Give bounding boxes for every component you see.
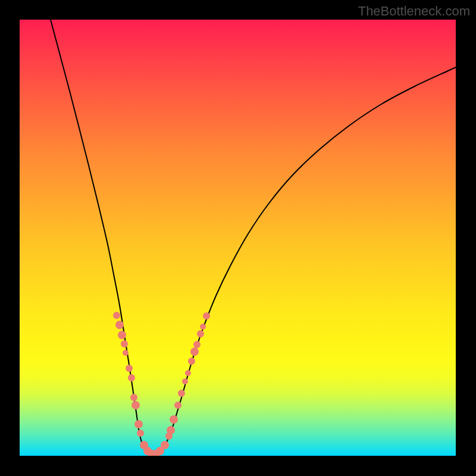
scatter-point <box>197 330 204 337</box>
watermark-text: TheBottleneck.com <box>358 4 470 19</box>
scatter-point <box>178 390 185 397</box>
scatter-point <box>167 426 175 434</box>
scatter-point <box>130 394 137 401</box>
scatter-point <box>121 340 128 347</box>
scatter-point <box>123 350 129 356</box>
scatter-point <box>128 374 135 381</box>
curve-right <box>154 67 456 454</box>
scatter-point <box>113 312 120 319</box>
scatter-point <box>185 370 191 376</box>
scatter-point <box>126 365 133 372</box>
scatter-point <box>203 312 210 320</box>
chart-container: TheBottleneck.com <box>0 0 476 476</box>
chart-svg <box>20 20 456 456</box>
scatter-point <box>115 321 124 329</box>
scatter-point <box>200 324 206 330</box>
scatter-point <box>182 378 188 384</box>
scatter-point <box>174 402 181 409</box>
scatter-point <box>161 441 169 449</box>
scatter-point <box>137 430 144 437</box>
scatter-point <box>170 415 178 424</box>
scatter-point <box>193 341 201 348</box>
curve-left <box>51 20 154 454</box>
scatter-point <box>134 420 143 428</box>
scatter-point <box>190 347 199 356</box>
scatter-points <box>113 312 210 456</box>
scatter-point <box>131 401 140 409</box>
curve-group <box>51 20 456 454</box>
scatter-point <box>188 358 195 365</box>
scatter-point <box>118 331 126 339</box>
